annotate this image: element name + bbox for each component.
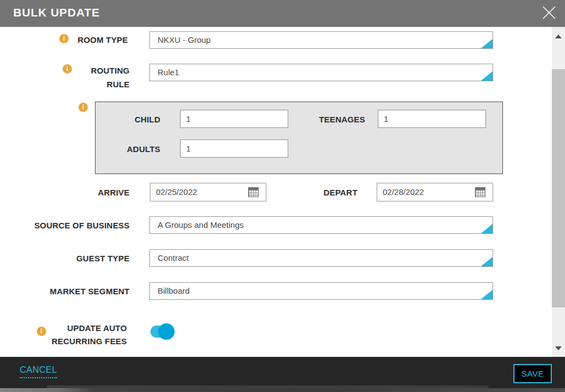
room-type-value: NKXU - Group (150, 32, 493, 48)
dropdown-corner-icon (481, 71, 493, 81)
arrive-label: ARRIVE (98, 188, 130, 197)
routing-rule-label-line2: RULE (107, 80, 130, 89)
close-icon (541, 5, 557, 20)
bulk-update-modal: BULK UPDATE i i i i ROOM TYPE NKXU - Gro… (0, 0, 565, 392)
routing-rule-label: ROUTING RULE (91, 64, 130, 91)
source-of-business-dropdown[interactable]: A Groups and Meetings (149, 216, 493, 234)
room-type-dropdown[interactable]: NKXU - Group (149, 31, 493, 49)
dropdown-corner-icon (481, 224, 493, 233)
room-type-label: ROOM TYPE (77, 35, 128, 44)
routing-rule-dropdown[interactable]: Rule1 (149, 64, 493, 81)
dropdown-corner-icon (481, 257, 493, 266)
market-segment-value: Billboard (150, 283, 493, 299)
market-segment-dropdown[interactable]: Billboard (149, 282, 493, 300)
guest-type-label: GUEST TYPE (76, 254, 130, 263)
info-icon[interactable]: i (59, 34, 69, 43)
calendar-icon[interactable] (475, 187, 485, 197)
info-icon[interactable]: i (79, 103, 88, 112)
page-title: BULK UPDATE (13, 6, 100, 19)
fees-label-line2: RECURRING FEES (52, 337, 127, 346)
bottom-strip (0, 388, 565, 392)
scrollbar-up-icon[interactable] (555, 35, 562, 38)
adults-label: ADULTS (127, 144, 160, 154)
teenages-input[interactable] (378, 110, 486, 128)
dropdown-corner-icon (481, 39, 493, 48)
arrive-date-input[interactable]: 02/25/2022 (150, 183, 266, 201)
child-label: CHILD (135, 115, 160, 124)
guest-type-dropdown[interactable]: Contract (149, 249, 493, 267)
routing-rule-value: Rule1 (150, 64, 493, 81)
adults-input[interactable] (180, 139, 288, 158)
guest-type-value: Contract (150, 250, 493, 266)
fees-label-line1: UPDATE AUTO (67, 323, 127, 333)
depart-label: DEPART (323, 188, 357, 197)
modal-header: BULK UPDATE (0, 0, 565, 27)
scrollbar-down-icon[interactable] (555, 346, 562, 350)
routing-rule-label-line1: ROUTING (91, 66, 130, 75)
close-button[interactable] (541, 5, 557, 20)
dropdown-corner-icon (481, 290, 493, 299)
save-button[interactable]: SAVE (513, 364, 552, 383)
teenages-label: TEENAGES (319, 115, 365, 124)
info-icon[interactable]: i (37, 327, 46, 336)
cancel-link[interactable]: CANCEL (20, 365, 57, 378)
source-of-business-label: SOURCE OF BUSINESS (34, 221, 130, 230)
info-icon[interactable]: i (63, 64, 72, 74)
calendar-icon[interactable] (248, 187, 259, 197)
child-input[interactable] (180, 110, 288, 128)
depart-date-input[interactable]: 02/28/2022 (377, 183, 493, 201)
update-auto-recurring-fees-toggle[interactable] (150, 326, 175, 338)
modal-footer: CANCEL SAVE (0, 357, 565, 388)
vertical-scrollbar[interactable] (552, 27, 565, 357)
toggle-knob (158, 323, 175, 340)
market-segment-label: MARKET SEGMENT (50, 287, 130, 296)
scrollbar-thumb[interactable] (552, 69, 565, 307)
source-of-business-value: A Groups and Meetings (150, 217, 493, 233)
update-auto-recurring-fees-label: UPDATE AUTO RECURRING FEES (52, 322, 127, 348)
